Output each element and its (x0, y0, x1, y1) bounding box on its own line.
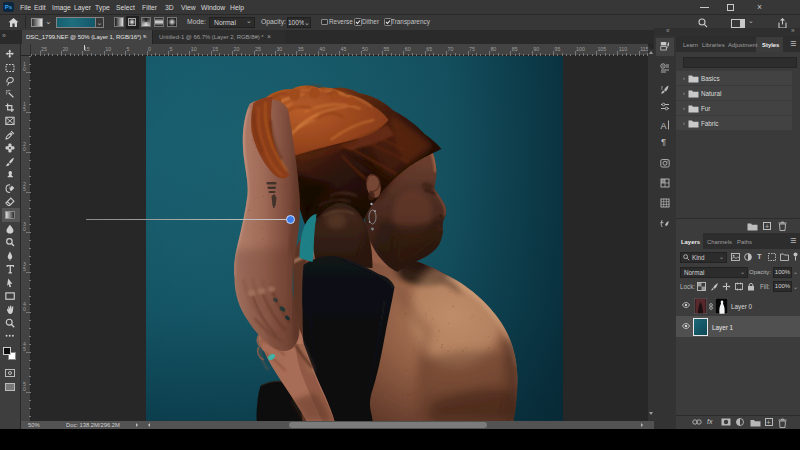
svg-text:A: A (661, 121, 667, 131)
svg-text:¶: ¶ (661, 136, 666, 146)
